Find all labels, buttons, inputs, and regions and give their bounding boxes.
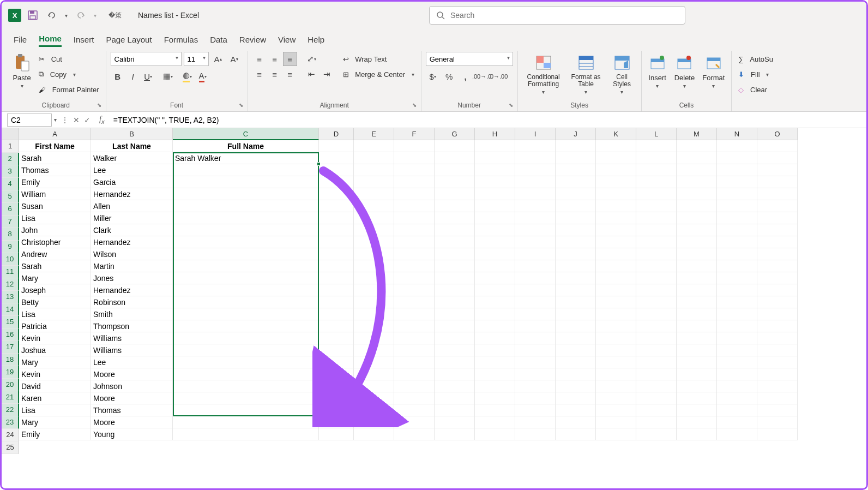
cell[interactable] — [475, 428, 515, 440]
cell[interactable] — [677, 236, 717, 248]
cell[interactable] — [475, 380, 515, 392]
cell[interactable]: David — [19, 380, 91, 392]
cell[interactable] — [556, 368, 596, 380]
cell[interactable] — [394, 320, 435, 332]
save-icon[interactable] — [27, 9, 39, 21]
cell[interactable] — [394, 380, 435, 392]
insert-cells-button[interactable]: Insert▾ — [646, 52, 669, 90]
cell[interactable] — [475, 200, 515, 212]
cell[interactable] — [677, 164, 717, 176]
cell[interactable] — [475, 296, 515, 308]
cell[interactable] — [475, 164, 515, 176]
cell[interactable] — [475, 368, 515, 380]
cell[interactable] — [636, 284, 677, 296]
fill-handle[interactable] — [317, 162, 321, 166]
cell[interactable] — [556, 224, 596, 236]
cell[interactable] — [173, 296, 319, 308]
cell[interactable] — [515, 140, 556, 152]
cell[interactable] — [757, 392, 798, 404]
cell[interactable] — [435, 416, 475, 428]
cell[interactable] — [173, 224, 319, 236]
cell[interactable] — [717, 296, 757, 308]
cell[interactable] — [475, 344, 515, 356]
cell[interactable]: William — [19, 188, 91, 200]
cell[interactable] — [354, 176, 394, 188]
cell[interactable] — [354, 356, 394, 368]
cell[interactable] — [394, 236, 435, 248]
cell[interactable]: Martin — [91, 260, 173, 272]
column-header-K[interactable]: K — [596, 128, 636, 140]
cell[interactable]: Andrew — [19, 248, 91, 260]
column-header-N[interactable]: N — [717, 128, 757, 140]
cell[interactable] — [636, 272, 677, 284]
cell[interactable] — [556, 152, 596, 164]
cell[interactable] — [596, 368, 636, 380]
cell[interactable] — [677, 296, 717, 308]
cell[interactable] — [677, 392, 717, 404]
fill-button[interactable]: ⬇ Fill ▾ — [736, 67, 775, 81]
cell[interactable] — [717, 260, 757, 272]
cell[interactable] — [515, 260, 556, 272]
cell[interactable] — [515, 164, 556, 176]
cell[interactable] — [394, 260, 435, 272]
cell[interactable] — [354, 188, 394, 200]
cell[interactable]: Williams — [91, 332, 173, 344]
cell[interactable] — [319, 140, 354, 152]
cell[interactable] — [354, 392, 394, 404]
tab-review[interactable]: Review — [239, 33, 266, 46]
cell[interactable] — [319, 176, 354, 188]
search-box[interactable] — [429, 6, 685, 25]
column-header-B[interactable]: B — [91, 128, 173, 140]
cell[interactable] — [173, 380, 319, 392]
cell[interactable] — [636, 344, 677, 356]
cell[interactable] — [556, 380, 596, 392]
cell[interactable] — [717, 404, 757, 416]
cell[interactable]: Wilson — [91, 248, 173, 260]
cell[interactable]: Lee — [91, 356, 173, 368]
cell[interactable] — [636, 164, 677, 176]
cell[interactable] — [677, 308, 717, 320]
cell[interactable] — [596, 224, 636, 236]
cell[interactable] — [677, 404, 717, 416]
cell[interactable] — [556, 320, 596, 332]
cell[interactable] — [354, 380, 394, 392]
column-header-D[interactable]: D — [319, 128, 354, 140]
cell[interactable] — [717, 284, 757, 296]
cell[interactable] — [173, 416, 319, 428]
cell[interactable] — [556, 248, 596, 260]
cell[interactable] — [677, 344, 717, 356]
cell[interactable]: Allen — [91, 200, 173, 212]
cell[interactable] — [556, 404, 596, 416]
cell[interactable] — [596, 308, 636, 320]
cell[interactable] — [515, 344, 556, 356]
cell[interactable] — [636, 308, 677, 320]
cell[interactable] — [677, 140, 717, 152]
row-header-16[interactable]: 16 — [2, 328, 19, 341]
tab-home[interactable]: Home — [39, 32, 62, 47]
column-header-L[interactable]: L — [636, 128, 677, 140]
cell[interactable] — [757, 188, 798, 200]
cell[interactable] — [475, 260, 515, 272]
cell[interactable] — [757, 356, 798, 368]
cell[interactable] — [556, 416, 596, 428]
cell[interactable] — [319, 428, 354, 440]
italic-button[interactable]: I — [126, 69, 140, 83]
cell[interactable] — [596, 176, 636, 188]
cell[interactable] — [475, 224, 515, 236]
cell[interactable] — [717, 368, 757, 380]
cell[interactable] — [394, 284, 435, 296]
cell[interactable] — [354, 368, 394, 380]
clipboard-launcher-icon[interactable]: ⬊ — [97, 100, 101, 110]
cell[interactable] — [677, 176, 717, 188]
column-header-H[interactable]: H — [475, 128, 515, 140]
row-header-8[interactable]: 8 — [2, 228, 19, 241]
cell[interactable] — [394, 416, 435, 428]
cell[interactable] — [757, 368, 798, 380]
align-right-icon[interactable]: ≡ — [283, 67, 297, 81]
cell[interactable] — [556, 296, 596, 308]
cell[interactable] — [515, 428, 556, 440]
cell[interactable] — [636, 368, 677, 380]
cell[interactable] — [394, 308, 435, 320]
column-header-G[interactable]: G — [435, 128, 475, 140]
redo-dropdown[interactable]: ▾ — [94, 13, 97, 19]
